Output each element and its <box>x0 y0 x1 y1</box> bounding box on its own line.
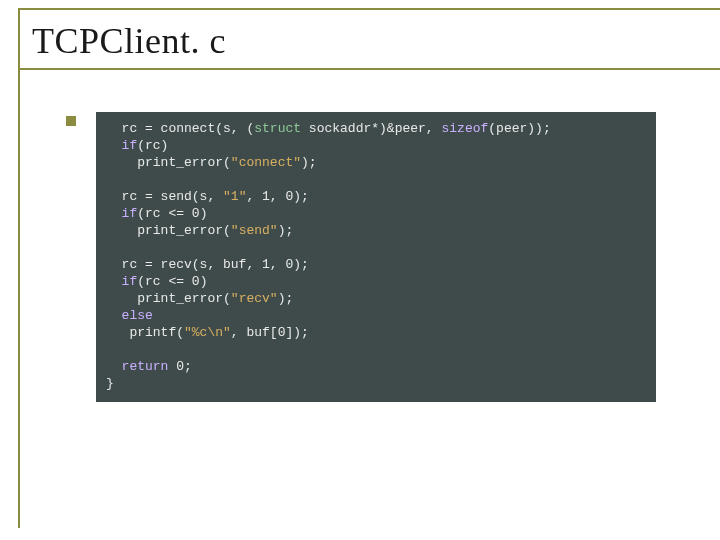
page-title: TCPClient. c <box>18 10 720 68</box>
code-line: printf("%c\n", buf[0]); <box>106 324 646 341</box>
blank-line <box>106 239 646 256</box>
code-line: else <box>106 307 646 324</box>
code-line: rc = send(s, "1", 1, 0); <box>106 188 646 205</box>
code-line: if(rc <= 0) <box>106 205 646 222</box>
code-line: print_error("connect"); <box>106 154 646 171</box>
code-line: rc = recv(s, buf, 1, 0); <box>106 256 646 273</box>
blank-line <box>106 341 646 358</box>
rule-under-title <box>18 68 720 70</box>
code-line: return 0; <box>106 358 646 375</box>
code-line: if(rc <= 0) <box>106 273 646 290</box>
bullet-icon <box>66 116 76 126</box>
blank-line <box>106 171 646 188</box>
code-line: rc = connect(s, (struct sockaddr*)&peer,… <box>106 120 646 137</box>
code-block: rc = connect(s, (struct sockaddr*)&peer,… <box>96 112 656 402</box>
code-line: if(rc) <box>106 137 646 154</box>
rule-left <box>18 8 20 528</box>
slide-frame: TCPClient. c rc = connect(s, (struct soc… <box>18 0 720 528</box>
code-line: print_error("recv"); <box>106 290 646 307</box>
code-line: print_error("send"); <box>106 222 646 239</box>
code-line: } <box>106 375 646 392</box>
